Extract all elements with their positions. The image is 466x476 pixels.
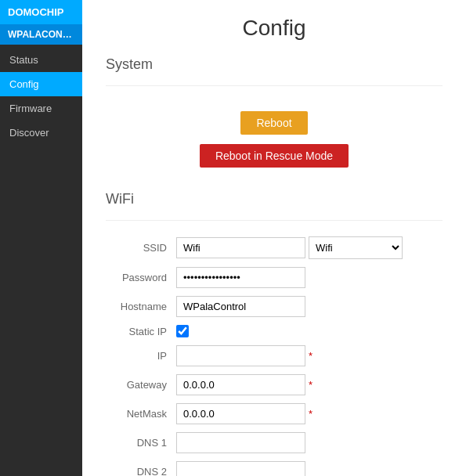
sidebar-item-config[interactable]: Config bbox=[0, 72, 82, 96]
page-title: Config bbox=[106, 16, 443, 41]
sidebar-item-discover[interactable]: Discover bbox=[0, 121, 82, 145]
ip-input[interactable] bbox=[176, 345, 305, 366]
wifi-section-title: WiFi bbox=[106, 191, 443, 207]
gateway-label: Gateway bbox=[106, 379, 176, 391]
password-input[interactable] bbox=[176, 267, 305, 288]
sidebar-item-status[interactable]: Status bbox=[0, 48, 82, 72]
system-divider bbox=[106, 85, 443, 86]
dns2-label: DNS 2 bbox=[106, 466, 176, 476]
gateway-row: Gateway * bbox=[106, 374, 443, 395]
dns1-row: DNS 1 bbox=[106, 432, 443, 453]
ssid-inputs: Wifi bbox=[176, 236, 403, 259]
ip-label: IP bbox=[106, 350, 176, 362]
brand-bottom: WPALACONTRO bbox=[0, 24, 82, 45]
dns1-input[interactable] bbox=[176, 432, 305, 453]
ssid-dropdown[interactable]: Wifi bbox=[309, 236, 403, 259]
hostname-label: Hostname bbox=[106, 301, 176, 312]
netmask-label: NetMask bbox=[106, 408, 176, 420]
system-section-title: System bbox=[106, 56, 443, 73]
netmask-row: NetMask * bbox=[106, 403, 443, 424]
dns1-label: DNS 1 bbox=[106, 437, 176, 449]
reboot-button[interactable]: Reboot bbox=[240, 111, 307, 135]
wifi-section: WiFi SSID Wifi Password Hostname Static … bbox=[106, 191, 443, 476]
system-section: System Reboot Reboot in Rescue Mode bbox=[106, 56, 443, 168]
netmask-required: * bbox=[309, 408, 312, 420]
ssid-row: SSID Wifi bbox=[106, 236, 443, 259]
ssid-label: SSID bbox=[106, 242, 176, 254]
static-ip-row: Static IP bbox=[106, 325, 443, 337]
ip-required: * bbox=[309, 350, 312, 362]
password-row: Password bbox=[106, 267, 443, 288]
netmask-input[interactable] bbox=[176, 403, 305, 424]
sidebar-nav: Status Config Firmware Discover bbox=[0, 48, 82, 145]
hostname-input[interactable] bbox=[176, 296, 305, 317]
wifi-divider bbox=[106, 220, 443, 221]
static-ip-label: Static IP bbox=[106, 326, 176, 337]
ip-row: IP * bbox=[106, 345, 443, 366]
brand-top: DOMOCHIP bbox=[0, 0, 82, 24]
gateway-required: * bbox=[309, 379, 312, 391]
sidebar: DOMOCHIP WPALACONTRO Status Config Firmw… bbox=[0, 0, 82, 476]
password-label: Password bbox=[106, 272, 176, 283]
static-ip-checkbox[interactable] bbox=[176, 325, 189, 337]
sidebar-item-firmware[interactable]: Firmware bbox=[0, 96, 82, 121]
gateway-input[interactable] bbox=[176, 374, 305, 395]
dns2-row: DNS 2 bbox=[106, 461, 443, 476]
ssid-input[interactable] bbox=[176, 237, 305, 258]
hostname-row: Hostname bbox=[106, 296, 443, 317]
dns2-input[interactable] bbox=[176, 461, 305, 476]
main-content: Config System Reboot Reboot in Rescue Mo… bbox=[82, 0, 466, 476]
rescue-reboot-button[interactable]: Reboot in Rescue Mode bbox=[200, 144, 349, 168]
